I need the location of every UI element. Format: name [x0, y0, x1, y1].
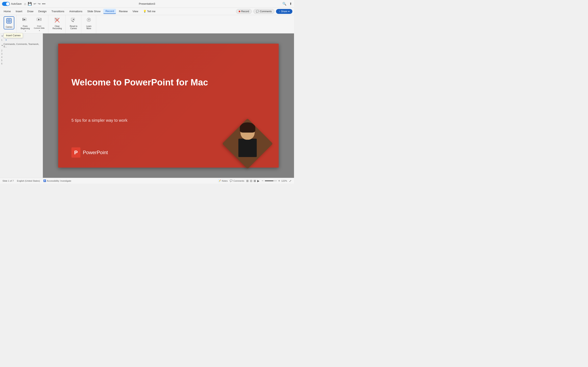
reset-cameo-label: Reset to Cameo	[70, 25, 77, 30]
share-label: Share	[281, 10, 287, 13]
presenter-view-button[interactable]: ▶	[257, 179, 259, 183]
cameo-button[interactable]: Cameo	[4, 16, 14, 29]
menu-slideshow[interactable]: Slide Show	[85, 9, 103, 14]
slide-row-2: 2 Quick access to commands	[0, 49, 43, 52]
record-dot	[239, 11, 240, 12]
accessibility-icon: ♿	[43, 179, 46, 182]
main-slide-logo: PowerPoint	[71, 147, 108, 158]
more-icon[interactable]: •••	[42, 2, 45, 6]
from-current-icon	[36, 17, 42, 25]
view-buttons: ⊞ ⊟ ⊠ ▶	[246, 179, 259, 183]
slide-info: Slide 1 of 7	[2, 180, 14, 182]
from-beginning-icon	[22, 17, 28, 25]
comments-button[interactable]: 💬 Comments	[253, 9, 274, 14]
comments-label: Comments	[260, 10, 272, 13]
menu-bar: Home Insert Draw Design Transitions Anim…	[0, 8, 294, 15]
slide-number-6: 6	[1, 63, 2, 65]
slide-thumb-2[interactable]: Quick access to commands	[6, 50, 7, 51]
status-comments-button[interactable]: 💬 Comments	[230, 179, 244, 182]
menu-record[interactable]: Record	[103, 9, 116, 14]
search-icon[interactable]: 🔍	[282, 2, 286, 6]
zoom-out-button[interactable]: −	[261, 179, 263, 183]
cameo-diamond-inner	[226, 122, 269, 165]
accessibility-label: Accessibility: Investigate	[47, 180, 71, 182]
section-chevron: ▾	[2, 35, 3, 37]
record-button[interactable]: Record	[236, 9, 252, 14]
slide-thumb-6[interactable]: Pick up where you left off	[6, 63, 7, 64]
person-silhouette	[231, 123, 264, 164]
menu-view[interactable]: View	[130, 9, 140, 14]
slide-thumb-5[interactable]: Get organized with the selection pane	[6, 60, 7, 61]
reading-view-button[interactable]: ⊠	[254, 179, 256, 183]
from-beginning-label: From Beginning	[21, 25, 30, 30]
share-icon-btn: ↑	[279, 10, 280, 13]
fit-window-button[interactable]: ⤢	[289, 179, 292, 183]
home-icon[interactable]: ⌂	[24, 2, 26, 6]
record-label: Record	[241, 10, 249, 13]
slide-sorter-button[interactable]: ⊟	[250, 179, 252, 183]
menu-home[interactable]: Home	[2, 9, 13, 14]
slide-thumb-4[interactable]: Designed for teamwork	[6, 57, 7, 58]
reset-to-cameo-button[interactable]: Reset to Cameo	[68, 16, 79, 30]
section-commands[interactable]: ▾ Commands, Comments, Teamwork, S...	[0, 42, 43, 49]
autosave-label: AutoSave	[11, 2, 22, 5]
menu-review[interactable]: Review	[117, 9, 130, 14]
menu-draw[interactable]: Draw	[25, 9, 35, 14]
menubar-right: Record 💬 Comments ↑ Share ▾	[236, 9, 292, 14]
slide-row-6: 6 Pick up where you left off	[0, 62, 43, 65]
accessibility-button[interactable]: ♿ Accessibility: Investigate	[43, 179, 71, 182]
titlebar-right: 🔍 ⬆	[282, 2, 292, 6]
svg-rect-14	[71, 18, 75, 21]
section-label-2: Commands, Comments, Teamwork, S...	[3, 43, 41, 48]
zoom-in-button[interactable]: +	[278, 179, 280, 183]
status-bar: Slide 1 of 7 English (United States) ♿ A…	[0, 178, 294, 184]
title-bar: AutoSave ⌂ 💾 ↩ ↪ ••• Presentation3 🔍 ⬆	[0, 0, 294, 8]
redo-icon[interactable]: ↪	[38, 2, 40, 6]
share-icon[interactable]: ⬆	[289, 2, 292, 6]
from-current-arrow: ▾	[39, 30, 40, 32]
slide-thumb-1[interactable]: Welcome toPowerPoint for Mac 5 tips for …	[6, 40, 7, 40]
slide-row-5: 5 Get organized with the selection pane	[0, 59, 43, 62]
notes-icon: 📝	[218, 179, 221, 182]
share-chevron: ▾	[288, 10, 290, 13]
status-comments-icon: 💬	[230, 179, 233, 182]
menu-transitions[interactable]: Transitions	[49, 9, 66, 14]
menu-animations[interactable]: Animations	[67, 9, 84, 14]
autosave-area: AutoSave	[2, 2, 22, 6]
comments-icon: 💬	[256, 10, 259, 13]
menu-tell-me[interactable]: 💡 Tell me	[141, 9, 158, 14]
share-button[interactable]: ↑ Share ▾	[276, 9, 292, 14]
zoom-slider[interactable]	[265, 180, 277, 181]
clear-recording-label: Clear Recording	[52, 25, 62, 30]
menu-design[interactable]: Design	[36, 9, 49, 14]
quick-access-toolbar: ⌂ 💾 ↩ ↪ •••	[24, 2, 45, 6]
cameo-label: Cameo	[6, 26, 12, 28]
powerpoint-logo-p	[71, 147, 80, 158]
main-slide-title: Welcome to PowerPoint for Mac	[71, 77, 213, 88]
main-slide[interactable]: Welcome to PowerPoint for Mac 5 tips for…	[58, 44, 279, 167]
notes-button[interactable]: 📝 Notes	[218, 179, 228, 182]
from-current-slide-button[interactable]: From Current Slide ▾	[32, 16, 46, 33]
slide-row-3: 3 Give feedback in comments	[0, 52, 43, 55]
from-beginning-button[interactable]: From Beginning ▾	[19, 16, 31, 33]
menu-insert[interactable]: Insert	[14, 9, 25, 14]
save-icon[interactable]: 💾	[28, 2, 32, 6]
undo-icon[interactable]: ↩	[34, 2, 36, 6]
from-beginning-arrow: ▾	[25, 30, 26, 32]
person-body	[238, 138, 257, 157]
normal-view-button[interactable]: ⊞	[246, 179, 249, 183]
ribbon-group-from: From Beginning ▾ From Current Slide ▾	[17, 15, 48, 33]
notes-label: Notes	[222, 180, 228, 182]
main-content: ▾ Welcome 1 Welcome toPowerPoint for Mac…	[0, 33, 294, 178]
clear-recording-button[interactable]: Clear Recording	[51, 16, 63, 30]
slides-panel: ▾ Welcome 1 Welcome toPowerPoint for Mac…	[0, 33, 43, 178]
reset-cameo-icon	[70, 17, 77, 25]
autosave-toggle[interactable]	[2, 2, 10, 6]
learn-more-button[interactable]: ? Learn More	[84, 16, 94, 30]
svg-rect-6	[23, 18, 23, 21]
status-comments-label: Comments	[233, 180, 244, 182]
canvas-area: Welcome to PowerPoint for Mac 5 tips for…	[43, 33, 294, 178]
ribbon-group-cameo: Cameo	[2, 15, 17, 33]
zoom-level: 122%	[281, 180, 287, 182]
slide-thumb-3[interactable]: Give feedback in comments	[6, 53, 7, 54]
